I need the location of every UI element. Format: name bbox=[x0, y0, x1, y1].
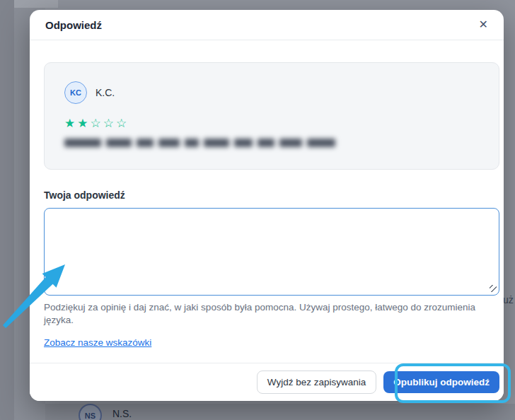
background-author-name: N.S. bbox=[112, 408, 132, 419]
modal-header: Odpowiedź ✕ bbox=[30, 10, 504, 40]
star-empty-icons: ☆☆☆ bbox=[90, 117, 129, 130]
discard-button[interactable]: Wyjdź bez zapisywania bbox=[257, 371, 376, 395]
modal-footer: Wyjdź bez zapisywania Opublikuj odpowied… bbox=[30, 363, 504, 401]
reply-field-label: Twoja odpowiedź bbox=[44, 189, 499, 201]
screen: NS N.S. uż Odpowiedź ✕ KC K.C. ★★☆☆☆ bbox=[0, 0, 515, 420]
avatar: KC bbox=[64, 81, 87, 104]
dimmed-background-strip bbox=[14, 0, 58, 8]
publish-button[interactable]: Opublikuj odpowiedź bbox=[383, 371, 499, 394]
background-partial-text: uż bbox=[503, 294, 514, 305]
reply-helper-text: Podziękuj za opinię i daj znać, w jaki s… bbox=[44, 301, 499, 327]
star-rating: ★★☆☆☆ bbox=[64, 117, 479, 129]
modal-title: Odpowiedź bbox=[45, 19, 102, 31]
dimmed-background-strip bbox=[0, 0, 14, 420]
review-header: KC K.C. bbox=[64, 81, 479, 104]
blurred-review-text bbox=[64, 139, 479, 148]
reply-textarea-wrap bbox=[44, 208, 499, 296]
reply-modal: Odpowiedź ✕ KC K.C. ★★☆☆☆ Twoja odpowied… bbox=[30, 10, 504, 401]
close-icon[interactable]: ✕ bbox=[476, 16, 491, 33]
reply-textarea[interactable] bbox=[44, 208, 499, 296]
review-card: KC K.C. ★★☆☆☆ bbox=[44, 62, 499, 170]
modal-body: KC K.C. ★★☆☆☆ Twoja odpowiedź Podziękuj … bbox=[30, 40, 504, 349]
guidelines-link[interactable]: Zobacz nasze wskazówki bbox=[44, 337, 151, 348]
review-author-name: K.C. bbox=[96, 87, 115, 98]
star-filled-icons: ★★ bbox=[64, 117, 90, 130]
